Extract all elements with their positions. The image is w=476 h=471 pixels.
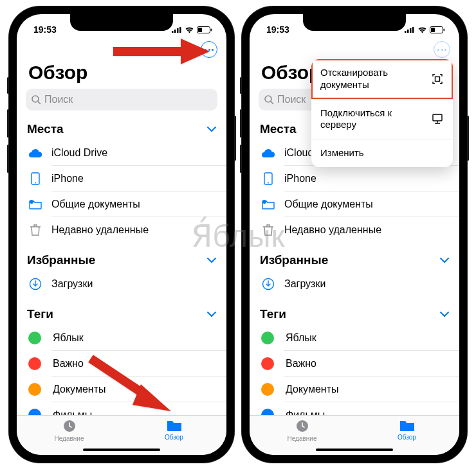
tag-dot xyxy=(28,357,41,370)
trash-icon xyxy=(27,223,44,237)
svg-rect-20 xyxy=(410,28,412,33)
search-input[interactable]: Поиск xyxy=(26,89,217,111)
phone-right: 19:53 Отсканировать документы xyxy=(242,6,467,463)
chevron-down-icon xyxy=(207,258,216,263)
favorite-downloads[interactable]: Загрузки xyxy=(17,271,226,297)
tag-dot xyxy=(261,357,274,370)
svg-rect-26 xyxy=(433,114,442,121)
menu-edit[interactable]: Изменить xyxy=(311,139,453,167)
battery-icon xyxy=(430,26,445,33)
download-icon xyxy=(260,277,277,291)
battery-icon xyxy=(197,26,212,33)
signal-icon xyxy=(172,26,182,33)
tag-row[interactable]: Важно xyxy=(250,351,459,377)
annotation-arrow-bottom xyxy=(84,352,181,415)
svg-line-10 xyxy=(38,102,41,104)
tab-bar: Недавние Обзор xyxy=(250,415,459,455)
annotation-arrow-top xyxy=(113,39,210,67)
tag-dot xyxy=(28,332,41,344)
svg-point-12 xyxy=(35,182,36,184)
notch xyxy=(303,14,406,31)
section-tags-header[interactable]: Теги xyxy=(250,297,459,325)
chevron-down-icon xyxy=(440,258,449,263)
place-shared[interactable]: Общие документы xyxy=(250,191,459,217)
more-button[interactable] xyxy=(434,41,450,58)
folder-icon xyxy=(399,418,416,432)
favorite-downloads[interactable]: Загрузки xyxy=(250,271,459,297)
server-icon xyxy=(431,113,444,125)
clock-icon xyxy=(62,418,77,434)
home-indicator[interactable] xyxy=(316,449,393,451)
chevron-down-icon xyxy=(207,312,216,317)
svg-rect-21 xyxy=(412,27,414,33)
cloud-icon xyxy=(27,146,44,160)
section-favorites-header[interactable]: Избранные xyxy=(250,243,459,271)
status-indicators xyxy=(172,26,212,33)
place-trash[interactable]: Недавно удаленные xyxy=(17,217,226,243)
scan-icon xyxy=(431,73,444,85)
section-favorites-header[interactable]: Избранные xyxy=(17,243,226,271)
place-shared[interactable]: Общие документы xyxy=(17,191,226,217)
section-tags-header[interactable]: Теги xyxy=(17,297,226,325)
search-placeholder: Поиск xyxy=(44,94,73,105)
clock-icon xyxy=(295,418,310,434)
phone-left: 19:53 Обзор xyxy=(9,6,234,463)
place-iphone[interactable]: iPhone xyxy=(250,166,459,191)
tag-row[interactable]: Документы xyxy=(250,377,459,402)
place-icloud[interactable]: iCloud Drive xyxy=(17,140,226,166)
ellipsis-icon xyxy=(437,49,446,51)
chevron-down-icon xyxy=(207,127,216,132)
tag-dot xyxy=(28,383,41,396)
search-icon xyxy=(31,94,41,105)
svg-rect-5 xyxy=(198,28,202,32)
place-trash[interactable]: Недавно удаленные xyxy=(250,217,459,243)
svg-rect-23 xyxy=(431,28,435,32)
svg-rect-6 xyxy=(211,28,212,31)
svg-rect-0 xyxy=(172,31,174,33)
cloud-icon xyxy=(260,146,277,160)
status-time: 19:53 xyxy=(33,24,57,35)
section-places-header[interactable]: Места xyxy=(17,117,226,140)
tag-row[interactable]: Яблык xyxy=(250,325,459,351)
svg-line-28 xyxy=(271,102,273,104)
svg-point-13 xyxy=(30,200,33,204)
svg-rect-3 xyxy=(179,27,181,33)
svg-marker-8 xyxy=(181,39,210,64)
svg-rect-18 xyxy=(405,31,407,33)
download-icon xyxy=(27,277,44,291)
search-icon xyxy=(264,94,274,105)
tag-row[interactable]: Фильмы xyxy=(250,402,459,415)
svg-point-30 xyxy=(268,182,269,184)
tab-bar: Недавние Обзор xyxy=(17,415,226,455)
notch xyxy=(70,14,173,31)
svg-point-31 xyxy=(262,200,266,204)
tag-dot xyxy=(28,409,41,415)
folder-shared-icon xyxy=(27,197,44,211)
svg-rect-19 xyxy=(407,30,409,33)
menu-connect-server[interactable]: Подключиться к серверу xyxy=(311,100,453,140)
trash-icon xyxy=(260,223,277,237)
phone-icon xyxy=(27,172,44,186)
status-time: 19:53 xyxy=(266,24,289,35)
place-iphone[interactable]: iPhone xyxy=(17,166,226,191)
status-indicators xyxy=(405,26,445,33)
search-placeholder: Поиск xyxy=(277,94,306,105)
more-menu: Отсканировать документы Подключиться к с… xyxy=(311,59,453,167)
svg-rect-1 xyxy=(174,30,176,33)
svg-rect-24 xyxy=(444,28,445,31)
folder-icon xyxy=(166,418,183,432)
tag-dot xyxy=(261,332,274,344)
wifi-icon xyxy=(185,26,194,33)
tag-row[interactable]: Яблык xyxy=(17,325,226,351)
folder-shared-icon xyxy=(260,197,277,211)
svg-rect-25 xyxy=(435,76,440,81)
svg-rect-2 xyxy=(177,28,179,33)
wifi-icon xyxy=(417,26,427,33)
phone-icon xyxy=(260,172,277,186)
signal-icon xyxy=(405,26,415,33)
tag-dot xyxy=(261,409,274,415)
home-indicator[interactable] xyxy=(83,449,160,451)
chevron-down-icon xyxy=(440,312,449,317)
tag-dot xyxy=(261,383,274,396)
menu-scan-documents[interactable]: Отсканировать документы xyxy=(311,59,453,100)
